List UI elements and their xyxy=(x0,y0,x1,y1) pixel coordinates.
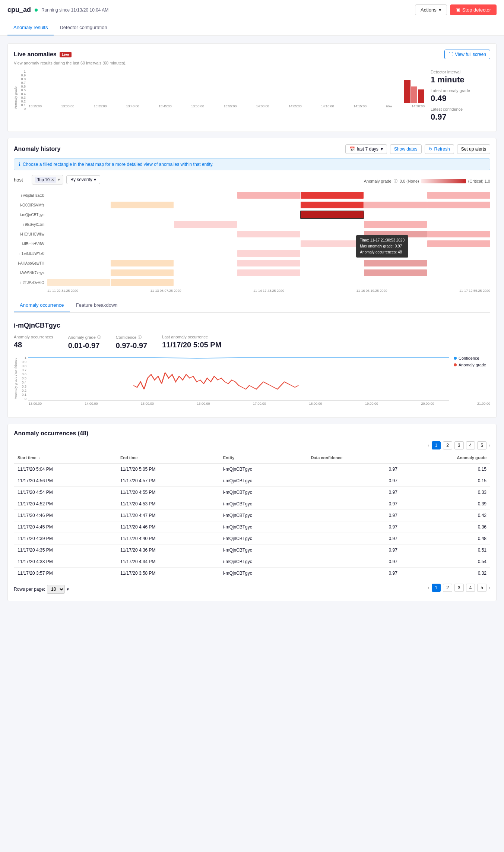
chevron-down-icon: ▾ xyxy=(439,7,441,13)
entity-title: i-mQjnCBTgyc xyxy=(14,322,490,329)
cell-end-time: 11/17/20 4:46 PM xyxy=(117,521,219,533)
heatmap-row: i-WrSNK7zgys xyxy=(14,268,490,278)
table-row: 11/17/20 4:46 PM 11/17/20 4:47 PM i-mQjn… xyxy=(14,510,490,521)
live-anomalies-header: Live anomalies Live ⛶ View full screen xyxy=(14,50,490,59)
prev-page-icon[interactable]: ‹ xyxy=(428,443,429,448)
page-1-button-bottom[interactable]: 1 xyxy=(432,584,441,592)
live-badge: Live xyxy=(60,52,72,57)
cell-end-time: 11/17/20 4:47 PM xyxy=(117,510,219,521)
cell-grade: 0.54 xyxy=(401,556,490,568)
stop-icon: ▣ xyxy=(456,7,460,13)
history-controls: 📅 last 7 days ▾ Show dates ↻ Refresh Set… xyxy=(345,144,491,154)
tab-feature-breakdown[interactable]: Feature breakdown xyxy=(70,299,124,312)
page-4-button[interactable]: 4 xyxy=(466,441,475,449)
table-body: 11/17/20 5:04 PM 11/17/20 5:05 PM i-mQjn… xyxy=(14,463,490,579)
cell-confidence: 0.97 xyxy=(307,533,401,545)
live-anomalies-subtitle: View anomaly results during the last 60 … xyxy=(14,61,490,65)
next-page-icon[interactable]: › xyxy=(489,585,490,590)
cell-entity: i-mQjnCBTgyc xyxy=(219,545,307,556)
severity-label: By severity xyxy=(70,177,92,182)
table-row: 11/17/20 4:33 PM 11/17/20 4:34 PM i-mQjn… xyxy=(14,556,490,568)
heatmap-row: i-HCfUHCWiiw xyxy=(14,229,490,239)
page-3-button[interactable]: 3 xyxy=(454,441,464,449)
tab-detector-configuration[interactable]: Detector configuration xyxy=(54,20,113,35)
stop-detector-button[interactable]: ▣ Stop detector xyxy=(450,4,497,15)
heatmap-cells xyxy=(47,221,490,228)
top-n-remove[interactable]: ✕ xyxy=(51,178,54,182)
occurrences-table-card: Anomaly occurrences (48) ‹ 1 2 3 4 5 › S… xyxy=(7,424,497,601)
cell-grade: 0.33 xyxy=(401,487,490,498)
show-dates-button[interactable]: Show dates xyxy=(390,144,422,154)
header-actions: Actions ▾ ▣ Stop detector xyxy=(415,4,497,15)
cell-grade: 0.15 xyxy=(401,475,490,487)
heatmap-row-label: i-mQjnCBTgyc xyxy=(14,213,47,217)
latest-confidence-label: Latest confidence xyxy=(431,107,490,111)
setup-alerts-button[interactable]: Set up alerts xyxy=(457,144,490,154)
rows-per-page-selector[interactable]: Rows per page: 10 25 50 ▾ xyxy=(14,585,69,594)
cell-end-time: 11/17/20 4:57 PM xyxy=(117,475,219,487)
anomaly-history-title: Anomaly history xyxy=(14,146,60,152)
heatmap-cells xyxy=(47,250,490,257)
heatmap-area: Time: 11-17 21:30:53 2020 Max anomaly gr… xyxy=(14,190,490,293)
refresh-button[interactable]: ↻ Refresh xyxy=(425,144,454,154)
entity-stats-row: Anomaly occurrences 48 Anomaly grade ⓘ 0… xyxy=(14,335,490,350)
cell-confidence: 0.97 xyxy=(307,568,401,579)
rows-per-page-label: Rows per page: xyxy=(14,587,45,592)
prev-page-icon[interactable]: ‹ xyxy=(428,585,429,590)
header: cpu_ad Running since 11/13/20 10:04 AM A… xyxy=(0,0,504,20)
app-title: cpu_ad xyxy=(7,6,31,14)
live-chart-y-label: Anomaly grade xyxy=(14,86,18,109)
latest-grade-value: 0.49 xyxy=(431,94,490,103)
stat-grade: Anomaly grade ⓘ 0.01-0.97 xyxy=(68,335,101,350)
entity-chart-y-ticks: 1 0.9 0.8 0.7 0.6 0.5 0.4 0.3 0.2 0.1 0 xyxy=(19,356,28,401)
detector-interval-value: 1 minute xyxy=(431,75,490,85)
show-dates-label: Show dates xyxy=(394,146,418,152)
live-chart-x-labels: 13:25:00 13:30:00 13:35:00 13:40:00 13:4… xyxy=(29,104,425,108)
col-end-time[interactable]: End time xyxy=(117,452,219,463)
cell-entity: i-mQjnCBTgyc xyxy=(219,521,307,533)
occurrences-value: 48 xyxy=(14,341,53,349)
last-occurrence-label: Last anomaly occurrence xyxy=(162,335,221,339)
view-fullscreen-button[interactable]: ⛶ View full screen xyxy=(444,50,490,59)
col-start-time[interactable]: Start time ↓ xyxy=(14,452,117,463)
col-grade[interactable]: Anomaly grade xyxy=(401,452,490,463)
heatmap-row-label: i-2TJPzDvHtO xyxy=(14,281,47,285)
tab-anomaly-occurrence[interactable]: Anomaly occurrence xyxy=(14,299,70,312)
cell-end-time: 11/17/20 4:34 PM xyxy=(117,556,219,568)
rows-per-page-select[interactable]: 10 25 50 xyxy=(47,585,65,594)
page-1-button[interactable]: 1 xyxy=(432,441,441,449)
stop-detector-label: Stop detector xyxy=(462,7,491,13)
cell-start-time: 11/17/20 4:56 PM xyxy=(14,475,117,487)
page-5-button[interactable]: 5 xyxy=(477,441,486,449)
grade-value: 0.01-0.97 xyxy=(68,341,101,350)
latest-grade-block: Latest anomaly grade 0.49 xyxy=(431,88,490,103)
actions-button[interactable]: Actions ▾ xyxy=(415,4,447,15)
confidence-value: 0.97-0.97 xyxy=(116,341,148,350)
col-confidence[interactable]: Data confidence xyxy=(307,452,401,463)
cell-grade: 0.39 xyxy=(401,498,490,510)
severity-selector[interactable]: By severity ▾ xyxy=(66,175,100,184)
page-2-button-bottom[interactable]: 2 xyxy=(443,584,452,592)
page-4-button-bottom[interactable]: 4 xyxy=(466,584,475,592)
occurrences-table: Start time ↓ End time Entity Data confid… xyxy=(14,452,490,579)
host-label: host xyxy=(14,177,29,183)
table-row: 11/17/20 4:52 PM 11/17/20 4:53 PM i-mQjn… xyxy=(14,498,490,510)
cell-end-time: 11/17/20 4:40 PM xyxy=(117,533,219,545)
cell-confidence: 0.97 xyxy=(307,521,401,533)
heatmap-row: i-1e8dUJWYx0 xyxy=(14,249,490,258)
header-left: cpu_ad Running since 11/13/20 10:04 AM xyxy=(7,6,108,14)
page-5-button-bottom[interactable]: 5 xyxy=(477,584,486,592)
occurrences-label: Anomaly occurrences xyxy=(14,335,53,339)
page-3-button-bottom[interactable]: 3 xyxy=(454,584,464,592)
stat-occurrences: Anomaly occurrences 48 xyxy=(14,335,53,350)
next-page-icon[interactable]: › xyxy=(489,443,490,448)
heatmap-row: i-2TJPzDvHtO xyxy=(14,278,490,287)
info-icon: ⓘ xyxy=(138,335,142,340)
col-entity[interactable]: Entity xyxy=(219,452,307,463)
top-n-selector[interactable]: Top 10 ✕ ▾ xyxy=(32,175,63,184)
refresh-icon: ↻ xyxy=(429,146,432,152)
date-selector[interactable]: 📅 last 7 days ▾ xyxy=(345,144,387,154)
page-2-button[interactable]: 2 xyxy=(443,441,452,449)
tab-anomaly-results[interactable]: Anomaly results xyxy=(7,20,54,35)
heatmap-info-banner: ℹ Choose a filled rectangle in the heat … xyxy=(14,158,490,170)
